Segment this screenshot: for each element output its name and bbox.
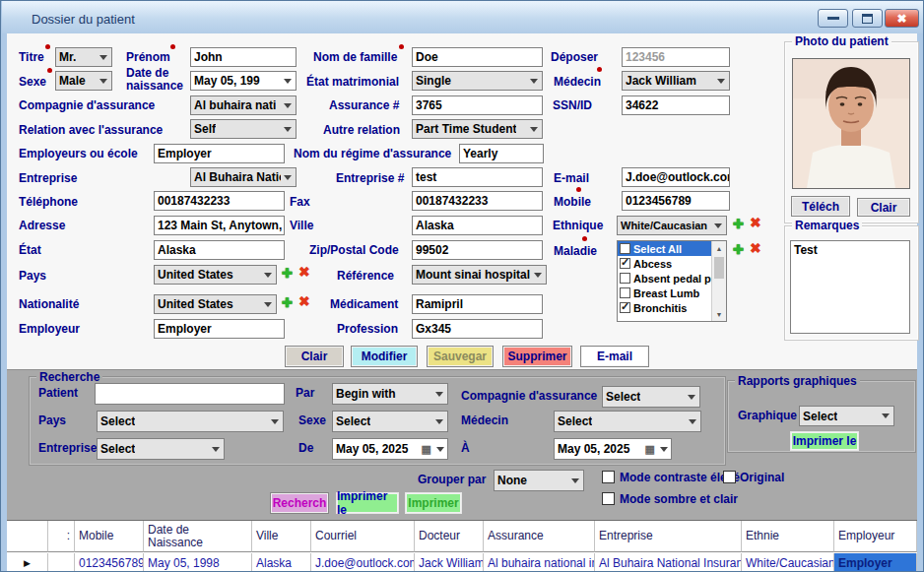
adresse-input[interactable]: 123 Main St, Anytown, bbox=[154, 216, 285, 235]
maximize-button[interactable] bbox=[852, 9, 883, 28]
table-cell-assurance[interactable]: Al buhaira national ins bbox=[484, 553, 595, 572]
pays-select[interactable]: United States bbox=[154, 265, 277, 285]
scroll-up-icon[interactable]: ▲ bbox=[712, 241, 726, 255]
search-entreprise-select[interactable]: Select bbox=[97, 438, 225, 460]
nom-de-famille-input[interactable]: Doe bbox=[412, 47, 543, 67]
reference-select[interactable]: Mount sinai hospital bbox=[412, 265, 547, 285]
scroll-thumb[interactable] bbox=[714, 257, 724, 279]
checkbox-checked-icon[interactable] bbox=[620, 258, 630, 269]
employeur-input[interactable]: Employer bbox=[154, 319, 285, 339]
employeurs-ecole-input[interactable]: Employer bbox=[154, 144, 285, 163]
table-header-ville[interactable]: Ville bbox=[252, 521, 311, 552]
table-header-entreprise[interactable]: Entreprise bbox=[595, 521, 742, 552]
maladie-option[interactable]: Select All bbox=[618, 241, 714, 256]
fax-input[interactable]: 00187432233 bbox=[412, 191, 543, 211]
nationalite-select[interactable]: United States bbox=[154, 294, 277, 314]
etat-input[interactable]: Alaska bbox=[154, 240, 285, 260]
table-cell-ethnie[interactable]: White/Caucasian bbox=[742, 553, 834, 572]
table-cell-ville[interactable]: Alaska bbox=[252, 553, 311, 572]
table-header-selector[interactable] bbox=[7, 521, 48, 552]
search-par-select[interactable]: Begin with bbox=[332, 383, 448, 405]
mobile-input[interactable]: 0123456789 bbox=[622, 191, 730, 211]
row-selector-icon[interactable]: ▶ bbox=[7, 553, 48, 572]
telephone-input[interactable]: 00187432233 bbox=[154, 191, 285, 211]
table-cell-entreprise[interactable]: Al Buhaira National Insurance bbox=[595, 553, 742, 572]
medecin-select[interactable]: Jack William bbox=[622, 71, 730, 91]
telech-button[interactable]: Téléch bbox=[791, 196, 850, 217]
reports-imprimer-le-button[interactable]: Imprimer le bbox=[790, 431, 859, 451]
table-header-docteur[interactable]: Docteur bbox=[415, 521, 484, 552]
clair-button[interactable]: Clair bbox=[285, 346, 344, 367]
table-cell-mobile[interactable]: 0123456789 bbox=[75, 553, 144, 572]
autre-relation-select[interactable]: Part Time Student bbox=[412, 119, 543, 139]
ville-input[interactable]: Alaska bbox=[412, 216, 543, 235]
entreprise-select[interactable]: Al Buhaira National bbox=[190, 167, 297, 187]
mode-sombre-checkbox[interactable] bbox=[602, 492, 615, 505]
relation-assurance-select[interactable]: Self bbox=[190, 119, 297, 139]
table-cell-courriel[interactable]: J.doe@outlock.com bbox=[311, 553, 415, 572]
maladie-option[interactable]: Absent pedal pu bbox=[618, 271, 714, 286]
ssn-input[interactable]: 34622 bbox=[622, 95, 730, 115]
minimize-button[interactable] bbox=[818, 9, 848, 28]
maladie-option[interactable]: Abcess bbox=[618, 256, 714, 271]
table-header[interactable]: : bbox=[48, 521, 75, 552]
maladie-option[interactable]: Breast Lumb bbox=[618, 286, 714, 300]
table-header-ethnie[interactable]: Ethnie bbox=[742, 521, 834, 552]
assurance-num-input[interactable]: 3765 bbox=[412, 95, 543, 115]
etat-matrimonial-select[interactable]: Single bbox=[412, 71, 543, 91]
checkbox-icon[interactable] bbox=[620, 287, 630, 298]
profession-input[interactable]: Gx345 bbox=[412, 319, 543, 339]
titre-select[interactable]: Mr. bbox=[55, 47, 112, 67]
table-header-mobile[interactable]: Mobile bbox=[75, 521, 144, 552]
table-cell-date-naissance[interactable]: May 05, 1998 bbox=[144, 553, 252, 572]
table-cell-employeur[interactable]: Employer bbox=[834, 553, 917, 572]
add-pays-icon[interactable]: ✚ bbox=[282, 266, 293, 281]
imprimer-button[interactable]: Imprimer bbox=[405, 492, 462, 514]
close-button[interactable]: ✖ bbox=[885, 9, 919, 28]
delete-pays-icon[interactable]: ✖ bbox=[298, 265, 310, 280]
delete-nationalite-icon[interactable]: ✖ bbox=[298, 294, 310, 309]
search-pays-select[interactable]: Select bbox=[97, 411, 284, 432]
add-nationalite-icon[interactable]: ✚ bbox=[282, 295, 293, 310]
date-naissance-select[interactable]: May 05, 199 bbox=[190, 71, 297, 91]
checkbox-icon[interactable] bbox=[620, 243, 630, 254]
add-maladie-icon[interactable]: ✚ bbox=[733, 242, 744, 257]
sexe-select[interactable]: Male bbox=[55, 71, 112, 91]
photo-clair-button[interactable]: Clair bbox=[857, 198, 910, 217]
email-button[interactable]: E-mail bbox=[580, 346, 649, 367]
search-patient-input[interactable] bbox=[95, 383, 285, 405]
mode-contraste-checkbox[interactable] bbox=[602, 471, 615, 483]
medicament-input[interactable]: Ramipril bbox=[412, 294, 543, 314]
search-medecin-select[interactable]: Select bbox=[554, 411, 701, 432]
entreprise-num-input[interactable]: test bbox=[412, 167, 543, 187]
ethnique-select[interactable]: White/Caucasian bbox=[617, 216, 727, 235]
search-a-datepicker[interactable]: May 05, 2025▦ bbox=[554, 438, 672, 460]
checkbox-checked-icon[interactable] bbox=[620, 302, 630, 313]
graphique-select[interactable]: Select bbox=[799, 406, 894, 426]
delete-maladie-icon[interactable]: ✖ bbox=[750, 241, 761, 256]
search-de-datepicker[interactable]: May 05, 2025▦ bbox=[332, 438, 448, 460]
email-input[interactable]: J.doe@outlock.com bbox=[622, 167, 730, 187]
sauvegar-button[interactable]: Sauvegar bbox=[427, 346, 494, 367]
regime-assurance-input[interactable]: Yearly bbox=[459, 144, 544, 163]
maladie-listbox[interactable]: Select All Abcess Absent pedal pu Breast… bbox=[617, 240, 727, 322]
table-header-date-naissance[interactable]: Date de Naissance bbox=[144, 521, 252, 552]
delete-ethnique-icon[interactable]: ✖ bbox=[750, 216, 761, 230]
prenom-input[interactable]: John bbox=[190, 47, 297, 67]
supprimer-button[interactable]: Supprimer bbox=[502, 346, 572, 367]
compagnie-assurance-select[interactable]: Al buhaira nati bbox=[190, 95, 297, 115]
table-header-courriel[interactable]: Courriel bbox=[311, 521, 415, 552]
grouper-par-select[interactable]: None bbox=[494, 470, 584, 491]
maladie-scrollbar[interactable]: ▲ ▼ bbox=[711, 241, 726, 321]
checkbox-icon[interactable] bbox=[620, 273, 630, 284]
maladie-option[interactable]: Bronchitis bbox=[618, 300, 714, 315]
recherch-button[interactable]: Recherch bbox=[270, 492, 329, 514]
search-compagnie-select[interactable]: Select bbox=[602, 386, 700, 408]
table-header-assurance[interactable]: Assurance bbox=[484, 521, 595, 552]
table-cell-docteur[interactable]: Jack William bbox=[415, 553, 484, 572]
add-ethnique-icon[interactable]: ✚ bbox=[733, 217, 744, 231]
table-header-employeur[interactable]: Employeur bbox=[834, 521, 917, 552]
remarks-textarea[interactable]: Test bbox=[790, 240, 910, 334]
scroll-down-icon[interactable]: ▼ bbox=[712, 307, 726, 321]
imprimer-le-button[interactable]: Imprimer le bbox=[336, 492, 399, 514]
